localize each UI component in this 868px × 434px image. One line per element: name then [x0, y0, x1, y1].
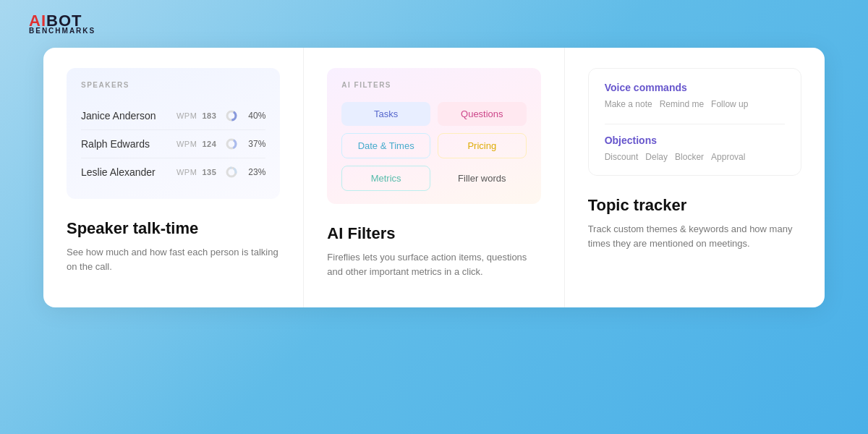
speaker-pct-2: 37% — [244, 139, 265, 149]
voice-commands-section: Voice commands Make a note Remind me Fol… — [605, 82, 785, 109]
speaker-pct-3: 23% — [244, 167, 265, 177]
filters-grid: Tasks Questions Date & Times Pricing Met… — [341, 102, 526, 191]
donut-icon-3 — [225, 166, 238, 179]
panel-right-title: Topic tracker — [588, 196, 801, 215]
filter-tasks[interactable]: Tasks — [341, 102, 430, 126]
speaker-wpm-1: WPM 183 — [176, 111, 216, 120]
tag-remind-me: Remind me — [660, 99, 704, 109]
filter-metrics[interactable]: Metrics — [341, 166, 430, 191]
panel-right-desc: Track custom themes & keywords and how m… — [588, 222, 801, 250]
table-row: Janice Anderson WPM 183 40% — [81, 102, 265, 130]
speakers-label: SPEAKERS — [81, 81, 265, 89]
tag-blocker: Blocker — [675, 152, 704, 162]
panel-filters: AI FILTERS Tasks Questions Date & Times … — [304, 48, 564, 307]
speaker-wpm-2: WPM 124 — [176, 140, 216, 148]
voice-tags: Make a note Remind me Follow up — [605, 99, 785, 109]
tag-approval: Approval — [711, 152, 745, 162]
speaker-name-3: Leslie Alexander — [81, 166, 176, 178]
objection-tags: Discount Delay Blocker Approval — [605, 152, 785, 162]
tag-follow-up: Follow up — [711, 99, 748, 109]
objections-label: Objections — [605, 135, 785, 146]
panel-left-title: Speaker talk-time — [67, 219, 280, 238]
panel-speakers: SPEAKERS Janice Anderson WPM 183 40% Ral… — [43, 48, 304, 307]
panel-middle-desc: Fireflies lets you surface action items,… — [327, 250, 540, 278]
panel-middle-title: AI Filters — [327, 224, 540, 243]
filter-questions[interactable]: Questions — [438, 102, 527, 126]
filter-datetime[interactable]: Date & Times — [341, 133, 430, 158]
panel-left-desc: See how much and how fast each person is… — [67, 245, 280, 273]
speakers-box: SPEAKERS Janice Anderson WPM 183 40% Ral… — [67, 68, 280, 199]
donut-icon-1 — [225, 109, 238, 122]
speaker-name-2: Ralph Edwards — [81, 138, 176, 150]
tag-make-note: Make a note — [605, 99, 652, 109]
panel-tracker: Voice commands Make a note Remind me Fol… — [565, 48, 825, 307]
donut-icon-2 — [225, 137, 238, 150]
logo: AIBOT BENCHMARKS — [29, 13, 95, 35]
speaker-pct-1: 40% — [244, 111, 265, 121]
speaker-wpm-3: WPM 135 — [176, 168, 216, 176]
logo-sub: BENCHMARKS — [29, 27, 95, 35]
tag-delay: Delay — [645, 152, 668, 162]
filter-filler[interactable]: Filler words — [438, 166, 527, 191]
main-container: SPEAKERS Janice Anderson WPM 183 40% Ral… — [43, 48, 825, 307]
objections-section: Objections Discount Delay Blocker Approv… — [605, 135, 785, 162]
filters-label: AI FILTERS — [341, 81, 526, 89]
tag-discount: Discount — [605, 152, 639, 162]
tracker-box: Voice commands Make a note Remind me Fol… — [588, 68, 801, 176]
filters-box: AI FILTERS Tasks Questions Date & Times … — [327, 68, 540, 204]
voice-commands-label: Voice commands — [605, 82, 785, 93]
filter-pricing[interactable]: Pricing — [438, 133, 527, 158]
table-row: Ralph Edwards WPM 124 37% — [81, 130, 265, 158]
tracker-divider — [605, 124, 785, 124]
speaker-name-1: Janice Anderson — [81, 110, 176, 122]
header: AIBOT BENCHMARKS — [0, 0, 868, 48]
table-row: Leslie Alexander WPM 135 23% — [81, 158, 265, 186]
